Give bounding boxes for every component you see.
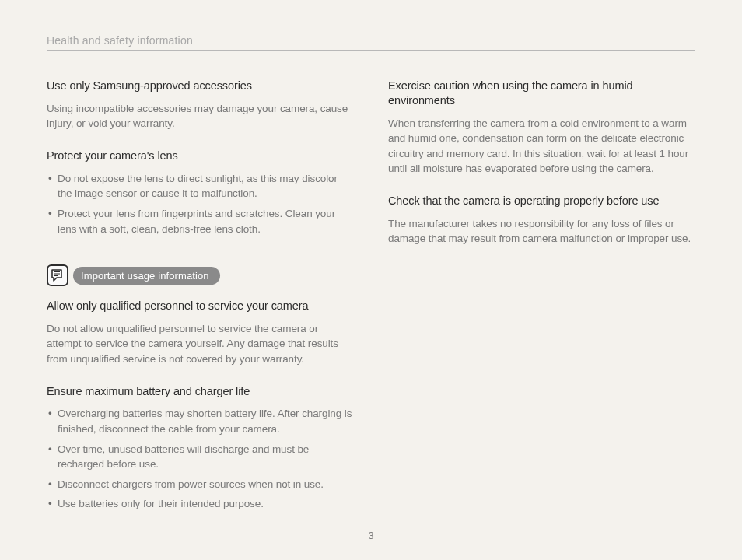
list-item: Protect your lens from fingerprints and … <box>47 206 354 236</box>
list-battery-life: Overcharging batteries may shorten batte… <box>47 406 354 511</box>
list-item: Overcharging batteries may shorten batte… <box>47 406 354 436</box>
page-header: Health and safety information <box>47 34 695 51</box>
heading-protect-lens: Protect your camera's lens <box>47 149 354 163</box>
heading-humid-environments: Exercise caution when using the camera i… <box>388 79 695 108</box>
heading-check-operation: Check that the camera is operating prope… <box>388 194 695 208</box>
list-protect-lens: Do not expose the lens to direct sunligh… <box>47 171 354 236</box>
left-column: Use only Samsung-approved accessories Us… <box>47 79 354 529</box>
heading-accessories: Use only Samsung-approved accessories <box>47 79 354 93</box>
right-column: Exercise caution when using the camera i… <box>388 79 695 529</box>
callout-label: Important usage information <box>73 267 220 285</box>
list-item: Use batteries only for their intended pu… <box>47 496 354 512</box>
note-icon <box>47 264 68 286</box>
content-columns: Use only Samsung-approved accessories Us… <box>47 79 695 529</box>
callout-important-usage: Important usage information <box>47 264 354 286</box>
body-accessories: Using incompatible accessories may damag… <box>47 101 354 131</box>
body-humid-environments: When transferring the camera from a cold… <box>388 116 695 177</box>
list-item: Do not expose the lens to direct sunligh… <box>47 171 354 201</box>
body-qualified-service: Do not allow unqualified personnel to se… <box>47 321 354 367</box>
list-item: Over time, unused batteries will dischar… <box>47 442 354 472</box>
heading-battery-life: Ensure maximum battery and charger life <box>47 384 354 399</box>
page-number: 3 <box>0 530 742 541</box>
list-item: Disconnect chargers from power sources w… <box>47 477 354 492</box>
body-check-operation: The manufacturer takes no responsibility… <box>388 216 695 247</box>
heading-qualified-service: Allow only qualified personnel to servic… <box>47 299 354 313</box>
